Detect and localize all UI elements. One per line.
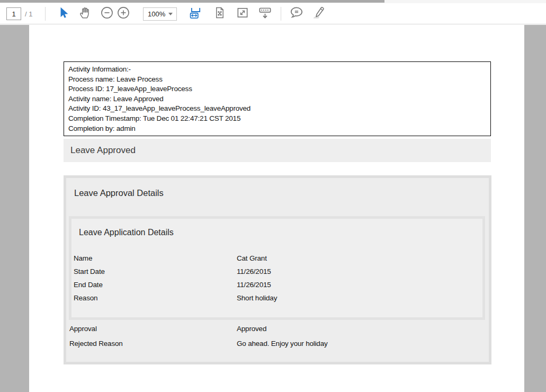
comment-bubble-icon	[289, 5, 304, 22]
comment-button[interactable]	[289, 6, 304, 21]
leave-application-details-title: Leave Application Details	[79, 228, 174, 237]
actual-size-icon	[236, 6, 249, 22]
zoom-out-button[interactable]	[100, 6, 114, 21]
leave-approval-details-title: Leave Approval Details	[74, 188, 164, 198]
toolbar-separator	[281, 7, 281, 21]
field-value: 11/26/2015	[237, 278, 271, 289]
field-row-end-date: End Date11/26/2015	[74, 278, 480, 291]
fit-page-button[interactable]	[212, 6, 227, 21]
zoom-in-button[interactable]	[116, 6, 131, 21]
field-label: Approval	[69, 322, 237, 333]
activity-info-line: Completion by: admin	[68, 124, 486, 134]
page-number-input[interactable]	[6, 7, 21, 20]
select-tool-button[interactable]	[56, 6, 71, 21]
activity-info-line: Completion Timestamp: Tue Dec 01 22:47:2…	[68, 114, 486, 124]
activity-info-line: Process ID: 17_leaveApp_leaveProcess	[68, 84, 486, 94]
fit-width-button[interactable]	[188, 6, 203, 21]
activity-information-box: Activity Information:- Process name: Lea…	[64, 61, 491, 136]
field-row-reason: ReasonShort holiday	[74, 291, 480, 305]
field-value: Cat Grant	[237, 252, 267, 262]
zoom-level-value: 100%	[148, 10, 168, 18]
field-label: End Date	[74, 278, 237, 289]
activity-info-line: Activity ID: 43_17_leaveApp_leaveProcess…	[68, 104, 486, 114]
field-label: Rejected Reason	[69, 337, 237, 348]
pan-tool-button[interactable]	[77, 6, 92, 21]
leave-application-details-panel: Leave Application Details NameCat Grant …	[69, 216, 485, 320]
dropdown-caret-icon	[168, 13, 173, 15]
document-viewer-area: Activity Information:- Process name: Lea…	[0, 25, 546, 392]
pdf-viewer-toolbar: / 1	[0, 3, 546, 24]
hand-pan-icon	[78, 6, 92, 22]
annotate-button[interactable]	[311, 6, 326, 21]
horizontal-scrollbar-thumb[interactable]	[0, 0, 384, 3]
zoom-out-icon	[100, 6, 114, 22]
hide-toolbar-icon	[258, 6, 272, 22]
actual-size-button[interactable]	[235, 6, 250, 21]
approval-fields: ApprovalApproved Rejected ReasonGo ahead…	[69, 322, 486, 352]
section-header-bar: Leave Approved	[64, 139, 491, 162]
fit-width-icon	[189, 6, 203, 22]
select-tool-icon	[57, 6, 70, 22]
field-value: Approved	[237, 322, 266, 333]
annotate-pencil-icon	[311, 5, 326, 22]
field-row-approval: ApprovalApproved	[69, 322, 486, 337]
zoom-level-select[interactable]: 100%	[143, 7, 177, 21]
activity-info-line: Activity name: Leave Approved	[68, 94, 486, 104]
field-label: Reason	[74, 291, 237, 302]
field-row-start-date: Start Date11/26/2015	[74, 265, 480, 278]
activity-info-line: Activity Information:-	[68, 65, 486, 75]
application-fields: NameCat Grant Start Date11/26/2015 End D…	[74, 252, 480, 305]
field-value: Short holiday	[237, 291, 277, 302]
field-label: Name	[74, 252, 237, 262]
field-label: Start Date	[74, 265, 237, 275]
field-row-rejected-reason: Rejected ReasonGo ahead. Enjoy your holi…	[69, 337, 486, 352]
document-page: Activity Information:- Process name: Lea…	[29, 25, 524, 392]
fit-page-icon	[213, 6, 227, 22]
hide-toolbar-button[interactable]	[257, 6, 272, 21]
zoom-in-icon	[117, 6, 130, 22]
toolbar-separator	[45, 7, 46, 21]
field-value: Go ahead. Enjoy your holiday	[237, 337, 328, 348]
field-value: 11/26/2015	[237, 265, 271, 275]
section-title: Leave Approved	[70, 145, 136, 156]
leave-approval-details-panel: Leave Approval Details Leave Application…	[64, 175, 491, 364]
page-count-label: / 1	[25, 10, 32, 18]
field-row-name: NameCat Grant	[74, 252, 480, 265]
activity-info-line: Process name: Leave Process	[68, 75, 486, 85]
